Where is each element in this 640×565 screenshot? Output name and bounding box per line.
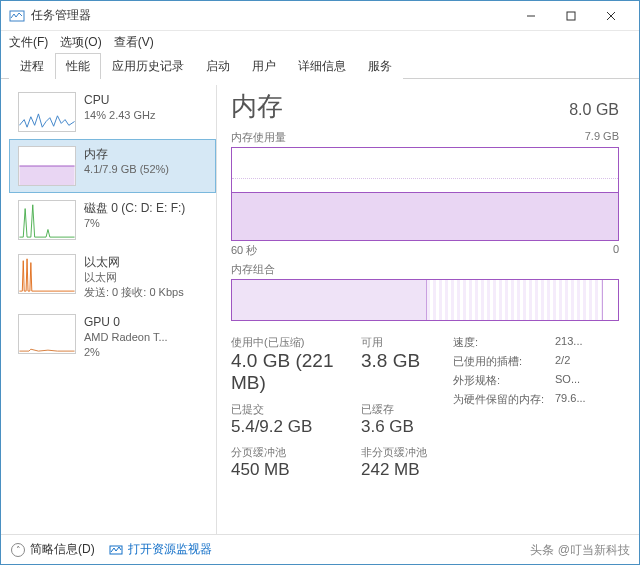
close-button[interactable] [591, 2, 631, 30]
memory-stats: 使用中(已压缩) 4.0 GB (221 MB) 可用 3.8 GB 已提交 5… [231, 335, 619, 480]
tab-performance[interactable]: 性能 [55, 53, 101, 79]
ethernet-thumb-chart [18, 254, 76, 294]
sidebar-item-sub: 7% [84, 216, 185, 231]
titlebar[interactable]: 任务管理器 [1, 1, 639, 31]
paged-value: 450 MB [231, 460, 351, 480]
sidebar-item-sub: AMD Radeon T... [84, 330, 168, 345]
footer: ˄ 简略信息(D) 打开资源监视器 [1, 534, 639, 564]
window-title: 任务管理器 [31, 7, 91, 24]
sidebar-item-sub: 14% 2.43 GHz [84, 108, 156, 123]
sidebar-item-label: 内存 [84, 146, 169, 162]
menu-options[interactable]: 选项(O) [60, 34, 101, 51]
reserved-label: 为硬件保留的内存: [453, 392, 545, 407]
open-resource-monitor-label: 打开资源监视器 [128, 541, 212, 558]
cached-label: 已缓存 [361, 402, 447, 417]
resource-monitor-icon [109, 543, 123, 557]
in-use-label: 使用中(已压缩) [231, 335, 351, 350]
page-title: 内存 [231, 89, 569, 124]
menubar: 文件(F) 选项(O) 查看(V) [1, 31, 639, 53]
fewer-details-label: 简略信息(D) [30, 541, 95, 558]
fewer-details-button[interactable]: ˄ 简略信息(D) [11, 541, 95, 558]
sidebar-item-gpu[interactable]: GPU 0 AMD Radeon T... 2% [9, 307, 216, 367]
cached-value: 3.6 GB [361, 417, 447, 437]
svg-rect-5 [19, 166, 74, 185]
reserved-value: 79.6... [555, 392, 586, 407]
nonpaged-value: 242 MB [361, 460, 447, 480]
tab-services[interactable]: 服务 [357, 53, 403, 79]
tab-users[interactable]: 用户 [241, 53, 287, 79]
menu-file[interactable]: 文件(F) [9, 34, 48, 51]
speed-value: 213... [555, 335, 583, 350]
memory-composition-chart[interactable] [231, 279, 619, 321]
form-value: SO... [555, 373, 580, 388]
disk-thumb-chart [18, 200, 76, 240]
open-resource-monitor-link[interactable]: 打开资源监视器 [109, 541, 212, 558]
tab-startup[interactable]: 启动 [195, 53, 241, 79]
speed-label: 速度: [453, 335, 545, 350]
memory-usage-chart[interactable] [231, 147, 619, 241]
app-icon [9, 8, 25, 24]
form-label: 外形规格: [453, 373, 545, 388]
performance-sidebar: CPU 14% 2.43 GHz 内存 4.1/7.9 GB (52%) [9, 85, 217, 534]
main-panel: 内存 8.0 GB 内存使用量 7.9 GB 60 秒 0 内存组合 [217, 85, 631, 534]
content-area: CPU 14% 2.43 GHz 内存 4.1/7.9 GB (52%) [1, 79, 639, 534]
in-use-value: 4.0 GB (221 MB) [231, 350, 351, 394]
sidebar-item-sub: 以太网 [84, 270, 184, 285]
sidebar-item-cpu[interactable]: CPU 14% 2.43 GHz [9, 85, 216, 139]
x-axis-right: 0 [613, 243, 619, 258]
usage-chart-caption: 内存使用量 [231, 130, 286, 145]
usage-chart-max: 7.9 GB [585, 130, 619, 145]
paged-label: 分页缓冲池 [231, 445, 351, 460]
slots-label: 已使用的插槽: [453, 354, 545, 369]
sidebar-item-disk[interactable]: 磁盘 0 (C: D: E: F:) 7% [9, 193, 216, 247]
svg-rect-2 [567, 12, 575, 20]
tab-processes[interactable]: 进程 [9, 53, 55, 79]
menu-view[interactable]: 查看(V) [114, 34, 154, 51]
tab-details[interactable]: 详细信息 [287, 53, 357, 79]
sidebar-item-sub2: 2% [84, 345, 168, 360]
window-controls [511, 2, 631, 30]
sidebar-item-memory[interactable]: 内存 4.1/7.9 GB (52%) [9, 139, 216, 193]
chevron-up-icon: ˄ [11, 543, 25, 557]
maximize-button[interactable] [551, 2, 591, 30]
tabbar: 进程 性能 应用历史记录 启动 用户 详细信息 服务 [1, 53, 639, 79]
minimize-button[interactable] [511, 2, 551, 30]
available-label: 可用 [361, 335, 447, 350]
sidebar-item-ethernet[interactable]: 以太网 以太网 发送: 0 接收: 0 Kbps [9, 247, 216, 307]
sidebar-item-sub: 4.1/7.9 GB (52%) [84, 162, 169, 177]
task-manager-window: 任务管理器 文件(F) 选项(O) 查看(V) 进程 性能 应用历史记录 启动 … [0, 0, 640, 565]
memory-thumb-chart [18, 146, 76, 186]
sidebar-item-label: CPU [84, 92, 156, 108]
nonpaged-label: 非分页缓冲池 [361, 445, 447, 460]
slots-value: 2/2 [555, 354, 570, 369]
memory-total: 8.0 GB [569, 101, 619, 119]
committed-label: 已提交 [231, 402, 351, 417]
available-value: 3.8 GB [361, 350, 447, 372]
sidebar-item-label: 磁盘 0 (C: D: E: F:) [84, 200, 185, 216]
svg-rect-7 [110, 546, 122, 554]
sidebar-item-label: 以太网 [84, 254, 184, 270]
cpu-thumb-chart [18, 92, 76, 132]
gpu-thumb-chart [18, 314, 76, 354]
sidebar-item-label: GPU 0 [84, 314, 168, 330]
composition-caption: 内存组合 [231, 262, 275, 277]
committed-value: 5.4/9.2 GB [231, 417, 351, 437]
sidebar-item-sub2: 发送: 0 接收: 0 Kbps [84, 285, 184, 300]
x-axis-left: 60 秒 [231, 243, 257, 258]
tab-app-history[interactable]: 应用历史记录 [101, 53, 195, 79]
